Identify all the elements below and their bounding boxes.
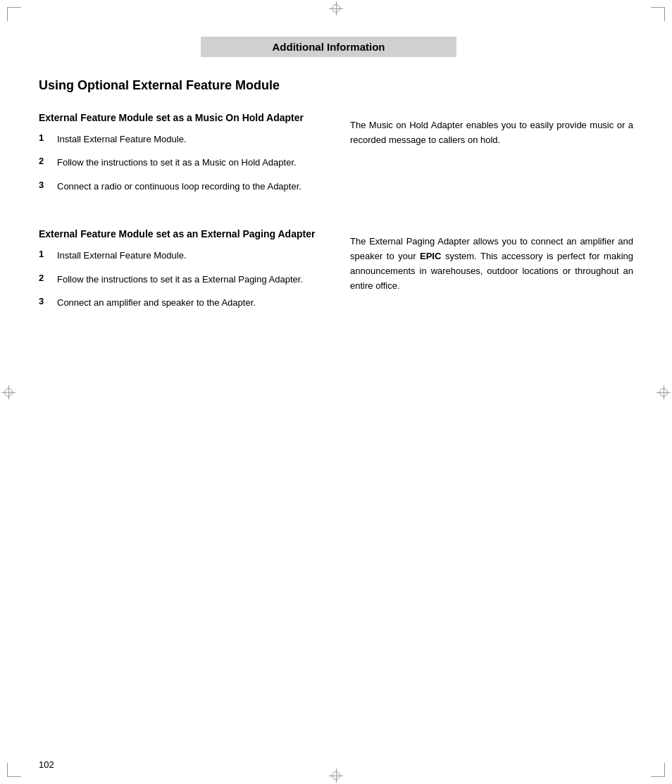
cross-mark-top (329, 1, 343, 15)
corner-mark-top-right (651, 7, 665, 21)
section2-left: External Feature Module set as an Extern… (39, 228, 336, 319)
step-text: Connect a radio or continuous loop recor… (57, 180, 301, 194)
cross-mark-bottom (329, 769, 343, 783)
section2-title: External Feature Module set as an Extern… (39, 228, 322, 242)
section1-step3: 3 Connect a radio or continuous loop rec… (39, 180, 322, 194)
step-number: 3 (39, 296, 51, 306)
corner-mark-top-left (7, 7, 21, 21)
step-number: 2 (39, 273, 51, 283)
header-title: Additional Information (273, 41, 385, 53)
section2: External Feature Module set as an Extern… (39, 228, 633, 319)
step-number: 3 (39, 180, 51, 190)
step-number: 2 (39, 156, 51, 166)
corner-mark-bottom-left (7, 763, 21, 777)
section1-right: The Music on Hold Adapter enables you to… (336, 111, 633, 203)
section1-step1: 1 Install External Feature Module. (39, 132, 322, 147)
step-number: 1 (39, 132, 51, 143)
section2-epic-bold: EPIC (420, 251, 441, 261)
page: Additional Information Using Optional Ex… (0, 0, 672, 784)
content-area: Using Optional External Feature Module E… (39, 77, 633, 742)
step-number: 1 (39, 249, 51, 259)
section1-left: External Feature Module set as a Music O… (39, 111, 336, 203)
section2-step2: 2 Follow the instructions to set it as a… (39, 273, 322, 287)
step-text: Install External Feature Module. (57, 249, 187, 263)
cross-mark-right (657, 385, 671, 399)
section1-step2: 2 Follow the instructions to set it as a… (39, 156, 322, 170)
cross-mark-left (1, 385, 15, 399)
section1: External Feature Module set as a Music O… (39, 111, 633, 203)
section2-columns: External Feature Module set as an Extern… (39, 228, 633, 319)
step-text: Follow the instructions to set it as a E… (57, 273, 303, 287)
section2-step3: 3 Connect an amplifier and speaker to th… (39, 296, 322, 310)
corner-mark-bottom-right (651, 763, 665, 777)
page-number: 102 (39, 759, 54, 770)
section1-title: External Feature Module set as a Music O… (39, 111, 322, 125)
section2-step1: 1 Install External Feature Module. (39, 249, 322, 263)
section1-description: The Music on Hold Adapter enables you to… (350, 118, 633, 148)
step-text: Install External Feature Module. (57, 132, 187, 147)
step-text: Connect an amplifier and speaker to the … (57, 296, 256, 310)
section1-columns: External Feature Module set as a Music O… (39, 111, 633, 203)
header-bar: Additional Information (201, 37, 456, 57)
page-title: Using Optional External Feature Module (39, 77, 633, 94)
section2-description: The External Paging Adapter allows you t… (350, 235, 633, 293)
step-text: Follow the instructions to set it as a M… (57, 156, 297, 170)
section2-right: The External Paging Adapter allows you t… (336, 228, 633, 319)
